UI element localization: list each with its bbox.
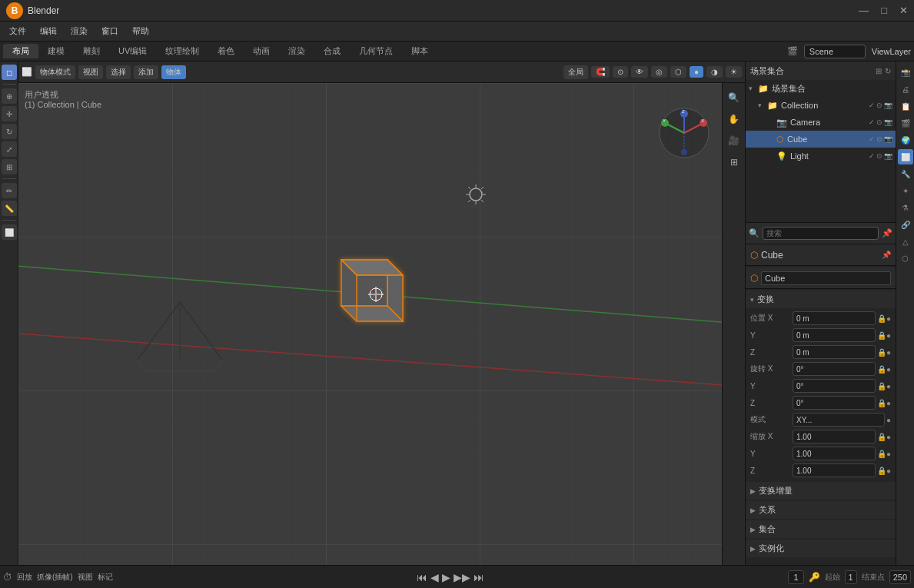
scale-z-lock[interactable]: 🔒 — [877, 467, 886, 475]
prev-frame-btn[interactable]: ◀ — [430, 571, 439, 583]
prop-tab-world[interactable]: 🌍 — [898, 132, 913, 148]
menu-render[interactable]: 渲染 — [65, 24, 94, 38]
view-label-tl[interactable]: 视图 — [78, 572, 93, 583]
rot-x-value[interactable]: 0° — [793, 362, 876, 376]
tool-add-cube[interactable]: ⬜ — [2, 224, 17, 240]
pos-z-lock[interactable]: 🔒 — [877, 348, 886, 357]
light-vis-icon[interactable]: ✓ — [869, 152, 875, 160]
prop-tab-physics[interactable]: ⚗ — [898, 200, 913, 215]
close-btn[interactable]: ✕ — [899, 5, 908, 16]
properties-search[interactable] — [763, 227, 879, 240]
overlays-btn[interactable]: 👁 — [631, 66, 648, 78]
prop-tab-material[interactable]: ⬡ — [898, 251, 913, 266]
rot-x-lock[interactable]: 🔒 — [877, 365, 886, 374]
rot-z-anim[interactable]: ● — [886, 399, 891, 407]
outliner-item-scene[interactable]: ▾ 📁 场景集合 — [746, 80, 896, 97]
add-menu[interactable]: 添加 — [134, 65, 158, 79]
camera-render-icon[interactable]: ⊙ — [876, 118, 882, 126]
camera-view-btn[interactable]: 🎥 — [726, 132, 743, 149]
tool-select[interactable]: ◻ — [2, 65, 17, 80]
select-menu[interactable]: 选择 — [106, 65, 131, 79]
rot-y-lock[interactable]: 🔒 — [877, 382, 886, 390]
tab-scripting[interactable]: 脚本 — [402, 44, 437, 58]
prop-tab-constraints[interactable]: 🔗 — [898, 217, 913, 232]
pos-x-value[interactable]: 0 m — [793, 311, 876, 325]
tab-compositing[interactable]: 合成 — [314, 44, 350, 58]
prop-tab-view-layer[interactable]: 📋 — [898, 98, 913, 114]
minimize-btn[interactable]: — — [859, 5, 869, 16]
pos-x-lock[interactable]: 🔒 — [877, 314, 886, 323]
prop-tab-render[interactable]: 📸 — [898, 65, 913, 80]
mode-value[interactable]: XY... — [793, 413, 885, 427]
tool-annotate[interactable]: ✏ — [2, 183, 17, 198]
pos-y-value[interactable]: 0 m — [793, 328, 876, 342]
object-menu[interactable]: 物体 — [161, 65, 186, 79]
pos-y-anim[interactable]: ● — [886, 331, 891, 340]
pos-z-value[interactable]: 0 m — [793, 345, 876, 359]
prop-tab-scene[interactable]: 🎬 — [898, 115, 913, 131]
pivot-selector[interactable]: 全局 — [563, 65, 588, 79]
view-menu[interactable]: 视图 — [78, 65, 103, 79]
jump-start-btn[interactable]: ⏮ — [417, 571, 427, 583]
shading-wireframe[interactable]: ⬡ — [670, 66, 686, 78]
prop-tab-object-data[interactable]: △ — [898, 234, 913, 249]
tab-rendering[interactable]: 渲染 — [279, 44, 314, 58]
viewport[interactable]: ⬜ 物体模式 视图 选择 添加 物体 全局 🧲 ⊙ 👁 ◎ ⬡ ● ◑ ☀ — [18, 61, 745, 565]
tab-modeling[interactable]: 建模 — [38, 44, 74, 58]
next-frame-btn[interactable]: ▶▶ — [454, 571, 470, 583]
pos-x-anim[interactable]: ● — [886, 314, 891, 323]
tab-layout[interactable]: 布局 — [3, 44, 38, 58]
scale-z-anim[interactable]: ● — [886, 467, 891, 475]
outliner-item-collection[interactable]: ▾ 📁 Collection ✓ ⊙ 📷 — [746, 97, 896, 114]
prop-tab-output[interactable]: 🖨 — [898, 81, 913, 97]
rot-y-value[interactable]: 0° — [793, 379, 876, 393]
tool-measure[interactable]: 📏 — [2, 201, 17, 216]
sync-icon[interactable]: ↻ — [885, 67, 891, 75]
transform-section-header[interactable]: ▾ 变换 — [746, 291, 896, 308]
tool-move[interactable]: ✛ — [2, 106, 17, 121]
grab-btn[interactable]: ✋ — [726, 111, 743, 128]
proportional-btn[interactable]: ⊙ — [613, 66, 628, 78]
tab-animation[interactable]: 动画 — [244, 44, 279, 58]
relations-section[interactable]: ▶ 关系 — [746, 501, 896, 519]
scale-z-value[interactable]: 1.00 — [793, 463, 876, 477]
outliner-item-light[interactable]: 💡 Light ✓ ⊙ 📷 — [746, 148, 896, 164]
collection-section[interactable]: ▶ 集合 — [746, 520, 896, 538]
tab-geometry-nodes[interactable]: 几何节点 — [350, 44, 402, 58]
tool-transform[interactable]: ⊞ — [2, 159, 17, 174]
prop-tab-modifiers[interactable]: 🔧 — [898, 166, 913, 181]
rot-y-anim[interactable]: ● — [886, 382, 891, 390]
zoom-in-btn[interactable]: 🔍 — [726, 89, 743, 106]
camera-vis-icon[interactable]: ✓ — [869, 118, 875, 126]
object-data-selector[interactable]: Cube — [761, 271, 891, 285]
tool-cursor[interactable]: ⊕ — [2, 88, 17, 104]
jump-end-btn[interactable]: ⏭ — [474, 571, 484, 583]
prop-tab-object[interactable]: ⬜ — [898, 149, 913, 164]
rot-x-anim[interactable]: ● — [886, 365, 891, 374]
tab-shading[interactable]: 着色 — [208, 44, 244, 58]
end-frame[interactable]: 250 — [889, 570, 911, 584]
light-hide-icon[interactable]: 📷 — [884, 152, 892, 160]
prop-tab-particles[interactable]: ✦ — [898, 183, 913, 198]
filter-icon[interactable]: ⊞ — [876, 67, 882, 75]
scale-x-lock[interactable]: 🔒 — [877, 433, 886, 441]
outliner-item-camera[interactable]: 📷 Camera ✓ ⊙ 📷 — [746, 114, 896, 131]
outliner-item-cube[interactable]: ⬡ Cube ✓ ⊙ 📷 — [746, 131, 896, 148]
tool-rotate[interactable]: ↻ — [2, 124, 17, 139]
scale-y-value[interactable]: 1.00 — [793, 447, 876, 460]
viewport-canvas[interactable]: 用户透视 (1) Collection | Cube — [18, 83, 745, 565]
xray-btn[interactable]: ◎ — [651, 66, 667, 78]
collection-vis-icon[interactable]: ✓ — [869, 101, 875, 109]
shading-solid[interactable]: ● — [690, 66, 703, 78]
collection-hide-icon[interactable]: 📷 — [884, 101, 892, 109]
pin-icon[interactable]: 📌 — [882, 228, 892, 238]
viewport-gizmo[interactable]: Z X Y — [657, 106, 711, 160]
light-render-icon[interactable]: ⊙ — [876, 152, 882, 160]
tool-scale[interactable]: ⤢ — [2, 141, 17, 157]
menu-help[interactable]: 帮助 — [126, 24, 155, 38]
cube-hide-icon[interactable]: 📷 — [884, 135, 892, 143]
mode-anim[interactable]: ● — [886, 416, 891, 424]
pos-z-anim[interactable]: ● — [886, 348, 891, 357]
rot-z-lock[interactable]: 🔒 — [877, 399, 886, 407]
delta-transform-section[interactable]: ▶ 变换增量 — [746, 482, 896, 500]
